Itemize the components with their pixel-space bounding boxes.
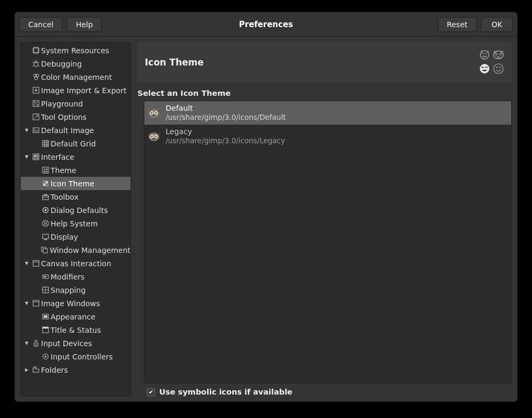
tree-expander-icon[interactable] [23, 260, 30, 267]
tree-item-label: Debugging [41, 60, 82, 68]
tree-item-label: Input Controllers [51, 353, 113, 361]
tree-item[interactable]: Window Management [21, 243, 130, 257]
tree-item[interactable]: Debugging [21, 57, 130, 70]
tree-item-label: Folders [41, 366, 68, 374]
modifiers-icon [41, 273, 50, 281]
wilber-outline-icon [493, 48, 504, 62]
icontheme-icon [41, 179, 50, 188]
tree-item[interactable]: Image Windows [21, 297, 130, 310]
tree-expander-icon[interactable] [23, 127, 30, 134]
controllers-icon [41, 353, 50, 361]
tree-item[interactable]: Color Management [21, 70, 130, 84]
help-button[interactable]: Help [67, 17, 102, 32]
tree-item[interactable]: Tool Options [21, 110, 130, 124]
chip-icon [31, 46, 40, 55]
symbolic-icons-row[interactable]: ✔ Use symbolic icons if available [137, 383, 512, 396]
helpsys-icon [41, 219, 50, 228]
tree-item[interactable]: Display [21, 230, 130, 243]
tree-item[interactable]: Image Import & Export [21, 84, 130, 97]
tree-item[interactable]: Theme [21, 163, 130, 177]
tree-item-label: Icon Theme [51, 179, 94, 188]
section-header: Icon Theme [137, 42, 512, 83]
tree-item-label: Display [51, 233, 78, 241]
icon-theme-row[interactable]: Legacy/usr/share/gimp/3.0/icons/Legacy [144, 125, 511, 148]
tree-expander-icon[interactable] [23, 366, 30, 374]
tree-item[interactable]: Snapping [21, 283, 130, 297]
import-icon [31, 86, 40, 95]
tree-item-label: Input Devices [41, 339, 92, 348]
reset-button[interactable]: Reset [438, 17, 477, 32]
tree-item[interactable]: Interface [21, 150, 130, 163]
tree-item-label: Playground [41, 100, 83, 108]
icon-theme-row[interactable]: Default/usr/share/gimp/3.0/icons/Default [144, 101, 511, 125]
tree-item-label: Image Windows [41, 299, 100, 308]
tree-expander-icon[interactable] [23, 300, 30, 307]
tree-item[interactable]: Canvas Interaction [21, 257, 130, 270]
cancel-button[interactable]: Cancel [19, 17, 62, 32]
tree-item[interactable]: Folders [21, 363, 130, 376]
folders-icon [31, 366, 40, 374]
toolbox-icon [41, 193, 50, 201]
title-icon [41, 326, 50, 334]
canvas-icon [31, 259, 40, 268]
icon-theme-name: Legacy [166, 127, 285, 136]
tree-item[interactable]: Toolbox [21, 190, 130, 203]
input-icon [31, 339, 40, 348]
tree-item-label: Default Image [41, 126, 94, 135]
tree-item-label: Canvas Interaction [41, 259, 111, 268]
tree-item[interactable]: Default Image [21, 124, 130, 137]
tree-item-label: Window Management [50, 246, 130, 255]
display-icon [41, 233, 50, 241]
bug-icon [31, 60, 40, 68]
tool-icon [31, 113, 40, 121]
play-icon [31, 100, 40, 108]
tree-item[interactable]: Title & Status [21, 323, 130, 337]
dialog-header: Cancel Help Preferences Reset OK [15, 12, 517, 37]
tree-item-label: Appearance [51, 313, 95, 321]
tree-item-label: Color Management [41, 73, 112, 81]
snap-icon [41, 286, 50, 294]
theme-icon [41, 166, 50, 175]
tree-item[interactable]: Modifiers [21, 270, 130, 283]
ok-button[interactable]: OK [481, 17, 513, 32]
tree-item-label: Snapping [51, 286, 86, 294]
select-icon-theme-label: Select an Icon Theme [137, 89, 512, 97]
smiley-laugh-icon [479, 63, 490, 76]
tree-item[interactable]: Help System [21, 217, 130, 230]
icon-theme-preview-icons [479, 48, 504, 76]
tree-expander-icon[interactable] [23, 153, 30, 161]
icon-theme-path: /usr/share/gimp/3.0/icons/Legacy [166, 136, 285, 146]
image-icon [31, 126, 40, 135]
tree-item-label: Title & Status [51, 326, 101, 334]
tree-item[interactable]: Playground [21, 97, 130, 110]
circles-icon [31, 73, 40, 81]
imgwin-icon [31, 299, 40, 308]
tree-item-label: Dialog Defaults [51, 206, 108, 215]
tree-item[interactable]: Default Grid [21, 137, 130, 150]
wilber-icon [148, 130, 160, 143]
tree-item-label: Interface [41, 153, 75, 161]
appearance-icon [41, 313, 50, 321]
tree-item-label: Image Import & Export [41, 86, 126, 95]
tree-item[interactable]: Input Devices [21, 337, 130, 350]
tree-item-label: Help System [51, 219, 98, 228]
section-title: Icon Theme [145, 57, 204, 68]
tree-item-label: System Resources [41, 46, 109, 55]
main-panel: Icon Theme Select an Icon Theme Default/… [137, 42, 512, 396]
preferences-tree[interactable]: System ResourcesDebuggingColor Managemen… [20, 42, 131, 396]
tree-item[interactable]: System Resources [21, 44, 130, 57]
preferences-dialog: Cancel Help Preferences Reset OK System … [14, 12, 518, 402]
tree-item[interactable]: Appearance [21, 310, 130, 323]
symbolic-icons-checkbox[interactable]: ✔ [147, 388, 155, 396]
tree-item[interactable]: Input Controllers [21, 350, 130, 363]
tree-item[interactable]: Dialog Defaults [21, 203, 130, 217]
tree-item-label: Tool Options [41, 113, 87, 121]
wilber-icon [148, 106, 160, 119]
tree-item[interactable]: Icon Theme [21, 177, 130, 190]
smiley-hearts-icon [493, 63, 504, 76]
icon-theme-list[interactable]: Default/usr/share/gimp/3.0/icons/Default… [144, 101, 512, 383]
grid-icon [41, 140, 50, 148]
tree-expander-icon[interactable] [23, 340, 30, 347]
interface-icon [31, 153, 40, 161]
icon-theme-name: Default [166, 103, 286, 113]
